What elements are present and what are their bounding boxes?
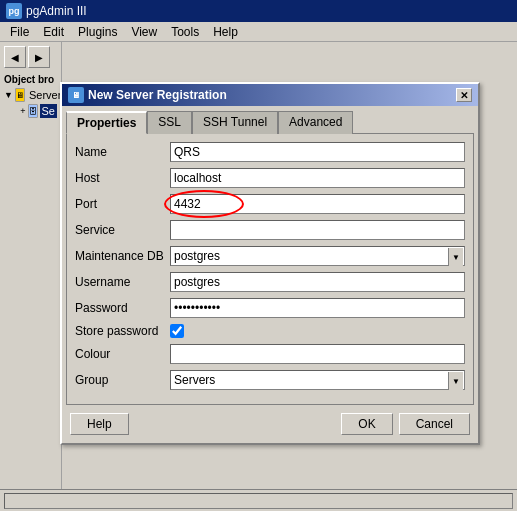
dialog-footer: Help OK Cancel <box>62 405 478 443</box>
sidebar-toolbar: ◀ ▶ <box>4 46 57 68</box>
server-icon: 🖥 <box>15 88 25 102</box>
sidebar-btn-2[interactable]: ▶ <box>28 46 50 68</box>
colour-label: Colour <box>75 347 170 361</box>
tree-servers[interactable]: ▼ 🖥 Server <box>4 87 57 103</box>
menu-bar: File Edit Plugins View Tools Help <box>0 22 517 42</box>
service-input[interactable] <box>170 220 465 240</box>
sidebar-item-server[interactable]: Server <box>27 88 63 102</box>
app-window: pg pgAdmin III File Edit Plugins View To… <box>0 0 517 511</box>
app-icon: pg <box>6 3 22 19</box>
tree-se[interactable]: + 🗄 Se <box>4 103 57 119</box>
menu-plugins[interactable]: Plugins <box>72 24 123 40</box>
menu-help[interactable]: Help <box>207 24 244 40</box>
dialog-title-bar: 🖥 New Server Registration ✕ <box>62 84 478 106</box>
tabs-container: Properties SSL SSH Tunnel Advanced <box>62 106 478 133</box>
service-label: Service <box>75 223 170 237</box>
group-select[interactable]: Servers <box>170 370 465 390</box>
maintenance-db-label: Maintenance DB <box>75 249 170 263</box>
sidebar: ◀ ▶ Object bro ▼ 🖥 Server + 🗄 Se <box>0 42 62 511</box>
help-button[interactable]: Help <box>70 413 129 435</box>
maintenance-db-select[interactable]: postgres <box>170 246 465 266</box>
dialog-close-button[interactable]: ✕ <box>456 88 472 102</box>
password-input[interactable] <box>170 298 465 318</box>
group-row: Group Servers <box>75 370 465 390</box>
colour-field[interactable] <box>170 344 465 364</box>
host-label: Host <box>75 171 170 185</box>
sidebar-header: Object bro <box>4 74 57 85</box>
password-label: Password <box>75 301 170 315</box>
dialog-title: New Server Registration <box>88 88 227 102</box>
tab-advanced[interactable]: Advanced <box>278 111 353 134</box>
dialog-icon: 🖥 <box>68 87 84 103</box>
port-row: Port <box>75 194 465 214</box>
main-area: ◀ ▶ Object bro ▼ 🖥 Server + 🗄 Se <box>0 42 517 511</box>
title-bar: pg pgAdmin III <box>0 0 517 22</box>
expand-icon-2: + <box>20 106 26 116</box>
password-row: Password <box>75 298 465 318</box>
name-row: Name <box>75 142 465 162</box>
tab-ssh-tunnel[interactable]: SSH Tunnel <box>192 111 278 134</box>
store-password-label: Store password <box>75 324 170 338</box>
service-row: Service <box>75 220 465 240</box>
expand-icon: ▼ <box>4 90 13 100</box>
status-bar <box>0 489 517 511</box>
app-title: pgAdmin III <box>26 4 87 18</box>
name-label: Name <box>75 145 170 159</box>
form-area: Name Host Port S <box>66 133 474 405</box>
footer-right: OK Cancel <box>341 413 470 435</box>
menu-view[interactable]: View <box>125 24 163 40</box>
app-icon-text: pg <box>9 6 20 16</box>
username-row: Username <box>75 272 465 292</box>
new-server-registration-dialog: 🖥 New Server Registration ✕ Properties S… <box>60 82 480 445</box>
name-input[interactable] <box>170 142 465 162</box>
tab-ssl[interactable]: SSL <box>147 111 192 134</box>
group-wrapper: Servers <box>170 370 465 390</box>
maintenance-db-row: Maintenance DB postgres <box>75 246 465 266</box>
sidebar-item-se[interactable]: Se <box>40 104 57 118</box>
store-password-row: Store password <box>75 324 465 338</box>
host-input[interactable] <box>170 168 465 188</box>
port-label: Port <box>75 197 170 211</box>
store-password-checkbox[interactable] <box>170 324 184 338</box>
sidebar-btn-1[interactable]: ◀ <box>4 46 26 68</box>
ok-button[interactable]: OK <box>341 413 392 435</box>
colour-row: Colour <box>75 344 465 364</box>
menu-file[interactable]: File <box>4 24 35 40</box>
port-input[interactable] <box>170 194 465 214</box>
sidebar-tree: Object bro ▼ 🖥 Server + 🗄 Se <box>4 74 57 119</box>
username-input[interactable] <box>170 272 465 292</box>
cancel-button[interactable]: Cancel <box>399 413 470 435</box>
username-label: Username <box>75 275 170 289</box>
menu-tools[interactable]: Tools <box>165 24 205 40</box>
maintenance-db-wrapper: postgres <box>170 246 465 266</box>
port-wrapper <box>170 194 465 214</box>
group-label: Group <box>75 373 170 387</box>
menu-edit[interactable]: Edit <box>37 24 70 40</box>
tab-properties[interactable]: Properties <box>66 111 147 134</box>
dialog-title-left: 🖥 New Server Registration <box>68 87 227 103</box>
status-panel <box>4 493 513 509</box>
host-row: Host <box>75 168 465 188</box>
db-icon: 🗄 <box>28 104 38 118</box>
